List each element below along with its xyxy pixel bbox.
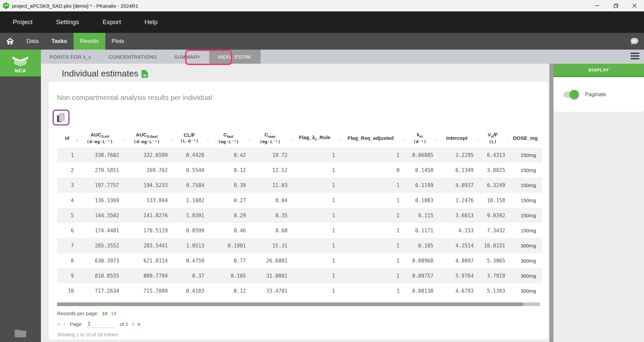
panel-menu-button[interactable] [631,53,639,61]
table-cell: 6.3249 [477,178,508,193]
window-title: project_aPCSK9_SAD.pkx [demo] * - PKanal… [12,3,138,9]
column-header-kel[interactable]: kel(d⁻¹)↑↓ [403,128,437,148]
table-cell: 0.7584 [171,178,208,193]
export-word-icon[interactable]: w [142,70,148,78]
table-cell: 1 [291,253,338,268]
vertical-scrollbar[interactable] [549,64,553,342]
menu-help[interactable]: Help [145,18,158,26]
menu-project[interactable]: Project [13,18,33,26]
table-cell: 4 [57,193,77,208]
table-body: 1338.7602332.65990.44280.4219.72110.0688… [57,148,542,298]
table-cell: 0.42 [208,148,249,163]
copy-icon [56,112,66,123]
column-header-clast[interactable]: Clast(mg·L⁻¹)↑↓ [208,128,249,148]
table-cell: 0.08968 [403,253,437,268]
display-panel: DISPLAY Paginate [553,64,644,342]
column-header-vd-f[interactable]: Vd/F(L)↑↓ [477,128,508,148]
tab-tasks[interactable]: Tasks [45,33,73,50]
folder-button[interactable] [0,328,41,337]
column-header-auc0-tlast[interactable]: AUC0-tlast(d·mg·L⁻¹)↑↓ [122,128,171,148]
table-cell: 0.08138 [403,283,437,298]
table-row: 8630.3973621.81140.47590.7726.6801110.08… [57,253,542,268]
table-cell: 269.762 [122,163,171,178]
page-number-input[interactable] [86,320,115,328]
table-cell: 1 [338,193,403,208]
main-content: Individual estimates w Non compartmental… [41,64,549,342]
column-header-id[interactable]: id↑↓ [57,128,77,148]
main-tab-bar: Data Tasks Results Plots [0,33,644,50]
results-card: Non compartmental analysis results per i… [49,81,548,340]
table-cell: 197.7757 [77,178,122,193]
table-cell: 150mg [508,208,542,223]
table-cell: 1 [291,193,338,208]
pkanalix-logo-icon [3,2,9,9]
close-icon [633,4,637,8]
table-cell: 5 [57,208,77,223]
table-cell: 12.52 [249,163,291,178]
next-page-button[interactable]: › [132,321,134,328]
table-cell: 300mg [508,268,542,283]
subtab-points-for-lambda-z[interactable]: POINTS FOR λ_z [41,50,100,64]
column-header-cmax[interactable]: Cmax(mg·L⁻¹)↑↓ [249,128,291,148]
horizontal-scrollbar-thumb[interactable] [57,302,523,306]
table-cell: 6.1349 [437,163,477,178]
table-cell: 3.6013 [437,208,477,223]
tab-results[interactable]: Results [73,33,105,50]
table-row: 9810.8555809.77940.370.10531.0001110.097… [57,268,542,283]
records-option-10[interactable]: 10 [102,310,108,316]
horizontal-scrollbar[interactable] [57,302,540,306]
table-cell: 1 [291,283,338,298]
table-cell: 0.8599 [171,223,208,238]
records-option-18[interactable]: 18 [111,310,116,316]
menu-settings[interactable]: Settings [56,18,79,26]
column-header-intercept[interactable]: Intercept↑↓ [437,128,477,148]
close-button[interactable] [625,0,644,11]
table-cell: 4.0937 [437,178,477,193]
table-cell: 1 [291,223,338,238]
column-header-cl-f[interactable]: CL/F(L·d⁻¹)↑↓ [171,128,208,148]
display-panel-card: Paginate [553,77,644,112]
menu-export[interactable]: Export [103,18,121,26]
feedback-button[interactable] [630,33,639,50]
table-cell: 4.6793 [437,283,477,298]
table-cell: 0.46 [208,223,249,238]
subtab-concentrations[interactable]: CONCENTRATIONS [100,50,165,64]
table-cell: 0.115 [403,208,437,223]
subtab-summary[interactable]: SUMMARY [165,50,209,64]
subtab-indiv-estim[interactable]: INDIV. ESTIM. [209,50,261,64]
table-cell: 7.3432 [477,223,508,238]
menu-bar: Project Settings Export Help [0,11,644,33]
table-cell: 338.7602 [77,148,122,163]
column-header-flag-rsq-adjusted[interactable]: Flag_Rsq_adjusted↑↓ [338,128,403,148]
table-cell: 150mg [508,193,542,208]
table-cell: 8.35 [249,208,291,223]
table-cell: 0.27 [208,193,249,208]
last-page-button[interactable]: » [137,321,141,328]
column-header-flag-z-rule[interactable]: Flag_λz_Rule↑↓ [291,128,338,148]
prev-page-button[interactable]: ‹ [63,321,65,328]
sidebar-item-nca[interactable]: NCA [0,50,41,76]
table-cell: 15.31 [249,238,291,253]
individual-estimates-table: id↑↓AUC0-inf(d·mg·L⁻¹)↑↓AUC0-tlast(d·mg·… [57,128,542,298]
tab-data[interactable]: Data [20,33,45,50]
home-button[interactable] [0,33,20,50]
table-cell: 0.1199 [403,178,437,193]
table-row: 1338.7602332.65990.44280.4219.72110.0688… [57,148,542,163]
copy-table-button[interactable] [53,110,69,125]
minimize-button[interactable] [588,0,606,11]
table-cell: 0.5544 [171,163,208,178]
table-cell: 11.03 [249,178,291,193]
table-cell: 0.1458 [403,163,437,178]
results-subtab-bar: POINTS FOR λ_z CONCENTRATIONS SUMMARY IN… [41,50,644,64]
open-box-icon [11,53,30,67]
tab-plots[interactable]: Plots [105,33,131,50]
maximize-button[interactable] [606,0,625,11]
paginate-toggle[interactable] [564,92,578,98]
column-header-auc0-inf[interactable]: AUC0-inf(d·mg·L⁻¹)↑↓ [77,128,122,148]
page-title: Individual estimates [62,68,138,79]
table-cell: 144.3502 [77,208,122,223]
table-cell: 300mg [508,253,542,268]
table-cell: 170.5119 [122,223,171,238]
table-cell: 9.0392 [477,208,508,223]
first-page-button[interactable]: « [57,321,60,328]
